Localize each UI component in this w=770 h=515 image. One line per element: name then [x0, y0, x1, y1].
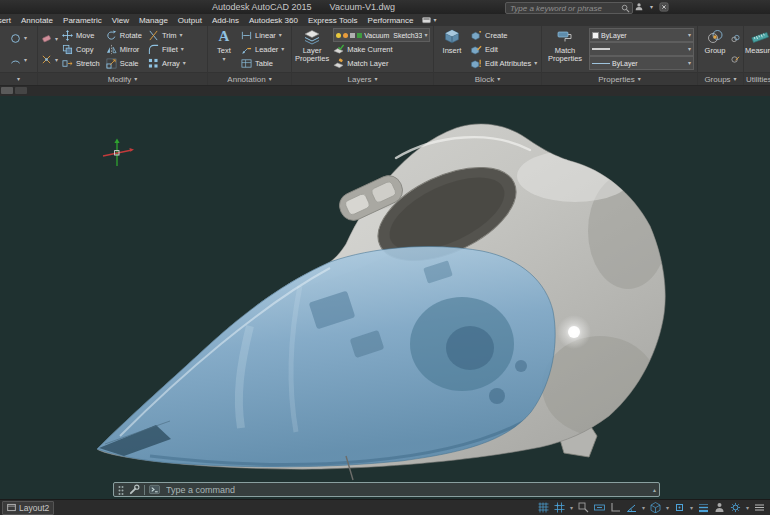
leader-button[interactable]: Leader ▾: [241, 42, 284, 56]
linetype-caret-icon[interactable]: ▾: [688, 60, 691, 66]
snap-caret-icon[interactable]: ▾: [570, 504, 573, 511]
layer-properties-button[interactable]: Layer Properties: [295, 28, 329, 70]
command-line-bar[interactable]: ▴: [113, 482, 660, 497]
erase-tool-button[interactable]: ▾: [41, 32, 58, 46]
layer-freeze-icon[interactable]: [343, 33, 348, 38]
layer-color-swatch[interactable]: [357, 33, 362, 38]
array-tool-button[interactable]: Array ▾: [148, 56, 186, 70]
help-search-box[interactable]: [505, 2, 633, 14]
edit-attributes-caret-icon[interactable]: ▾: [534, 60, 537, 66]
workspace-gear-icon[interactable]: [730, 502, 741, 513]
panel-title-properties[interactable]: Properties ▾: [542, 72, 697, 85]
grid-icon[interactable]: [538, 502, 549, 513]
drawing-canvas[interactable]: [0, 96, 770, 499]
move-tool-button[interactable]: Move: [62, 28, 100, 42]
exchange-apps-icon[interactable]: [659, 2, 669, 12]
object-snap-icon[interactable]: [674, 502, 685, 513]
match-properties-button[interactable]: Match Properties: [545, 28, 585, 70]
vacuum-model[interactable]: [97, 124, 668, 480]
linetype-dropdown[interactable]: ByLayer ▾: [589, 56, 694, 70]
object-snap-caret-icon[interactable]: ▾: [690, 504, 693, 511]
circle-caret-icon[interactable]: ▾: [24, 35, 27, 41]
array-caret-icon[interactable]: ▾: [183, 60, 186, 66]
linear-dimension-button[interactable]: Linear ▾: [241, 28, 284, 42]
tab-express-tools[interactable]: Express Tools: [303, 16, 363, 25]
explode-tool-button[interactable]: ▾: [41, 53, 58, 67]
object-color-dropdown[interactable]: ByLayer ▾: [589, 28, 694, 42]
polar-tracking-icon[interactable]: [626, 502, 637, 513]
tab-annotate[interactable]: Annotate: [16, 16, 58, 25]
minimize-ribbon-button[interactable]: ▾: [422, 17, 436, 24]
sign-in-caret-icon[interactable]: ▾: [650, 4, 653, 10]
tab-insert[interactable]: Insert: [0, 16, 16, 25]
stretch-tool-button[interactable]: Stretch: [62, 56, 100, 70]
annotation-monitor-icon[interactable]: [714, 502, 725, 513]
command-history-icon[interactable]: ▴: [653, 487, 656, 493]
panel-title-block[interactable]: Block ▾: [434, 72, 541, 85]
ortho-mode-icon[interactable]: [610, 502, 621, 513]
arc-tool-button[interactable]: ▾: [10, 53, 27, 67]
mirror-tool-button[interactable]: Mirror: [106, 42, 142, 56]
text-tool-button[interactable]: A Text ▾: [211, 28, 237, 70]
fillet-caret-icon[interactable]: ▾: [181, 46, 184, 52]
lineweight-icon[interactable]: [698, 502, 709, 513]
minimize-ribbon-caret-icon[interactable]: ▾: [433, 17, 436, 23]
infer-constraints-icon[interactable]: [578, 502, 589, 513]
polar-caret-icon[interactable]: ▾: [642, 504, 645, 511]
leader-caret-icon[interactable]: ▾: [281, 46, 284, 52]
search-input[interactable]: [508, 3, 621, 14]
isometric-drafting-icon[interactable]: [650, 502, 661, 513]
layer-dropdown-caret-icon[interactable]: ▾: [424, 32, 427, 38]
tab-add-ins[interactable]: Add-ins: [207, 16, 244, 25]
search-icon[interactable]: [621, 4, 630, 13]
panel-title-utilities[interactable]: Utilities: [744, 72, 770, 85]
tab-output[interactable]: Output: [173, 16, 207, 25]
tab-view[interactable]: View: [107, 16, 134, 25]
edit-attributes-button[interactable]: Edit Attributes ▾: [471, 56, 537, 70]
panel-title-draw[interactable]: ▾: [0, 72, 37, 85]
panel-title-groups[interactable]: Groups ▾: [698, 72, 743, 85]
trim-tool-button[interactable]: Trim ▾: [148, 28, 186, 42]
panel-title-annotation[interactable]: Annotation ▾: [208, 72, 291, 85]
isometric-caret-icon[interactable]: ▾: [666, 504, 669, 511]
snap-icon[interactable]: [554, 502, 565, 513]
tab-autodesk-360[interactable]: Autodesk 360: [244, 16, 303, 25]
edit-block-button[interactable]: Edit: [471, 42, 537, 56]
insert-block-button[interactable]: Insert: [437, 28, 467, 70]
file-tab-partial[interactable]: [1, 87, 13, 94]
match-layer-button[interactable]: Match Layer: [333, 56, 430, 70]
arc-caret-icon[interactable]: ▾: [24, 57, 27, 63]
layer-on-icon[interactable]: [336, 33, 341, 38]
make-current-button[interactable]: Make Current: [333, 42, 430, 56]
tab-parametric[interactable]: Parametric: [58, 16, 107, 25]
tab-performance[interactable]: Performance: [363, 16, 419, 25]
copy-tool-button[interactable]: Copy: [62, 42, 100, 56]
circle-tool-button[interactable]: ▾: [10, 31, 27, 45]
workspace-caret-icon[interactable]: ▾: [746, 504, 749, 511]
lineweight-dropdown[interactable]: ▾: [589, 42, 694, 56]
command-bar-grip[interactable]: [117, 485, 125, 495]
sign-in-icon[interactable]: [634, 2, 644, 12]
create-block-button[interactable]: Create: [471, 28, 537, 42]
tab-manage[interactable]: Manage: [134, 16, 173, 25]
customize-wrench-icon[interactable]: [129, 484, 140, 495]
panel-title-layers[interactable]: Layers ▾: [292, 72, 433, 85]
fillet-tool-button[interactable]: Fillet ▾: [148, 42, 186, 56]
layout-tab[interactable]: Layout2: [2, 501, 54, 515]
table-button[interactable]: Table: [241, 56, 284, 70]
ungroup-icon[interactable]: [731, 34, 740, 43]
layer-lock-icon[interactable]: [350, 33, 355, 38]
group-button[interactable]: Group: [701, 28, 729, 70]
rotate-tool-button[interactable]: Rotate: [106, 28, 142, 42]
file-tab-partial-2[interactable]: [15, 87, 27, 94]
panel-title-modify[interactable]: Modify ▾: [38, 72, 207, 85]
dynamic-input-icon[interactable]: [594, 502, 605, 513]
lineweight-caret-icon[interactable]: ▾: [688, 46, 691, 52]
text-caret-icon[interactable]: ▾: [222, 56, 225, 62]
trim-caret-icon[interactable]: ▾: [180, 32, 183, 38]
color-dropdown-caret-icon[interactable]: ▾: [688, 32, 691, 38]
measure-button[interactable]: Measure: [745, 28, 770, 70]
customization-menu-icon[interactable]: [754, 502, 765, 513]
command-input[interactable]: [164, 484, 649, 496]
layer-dropdown[interactable]: Vacuum_Sketch33 ▾: [333, 28, 430, 42]
